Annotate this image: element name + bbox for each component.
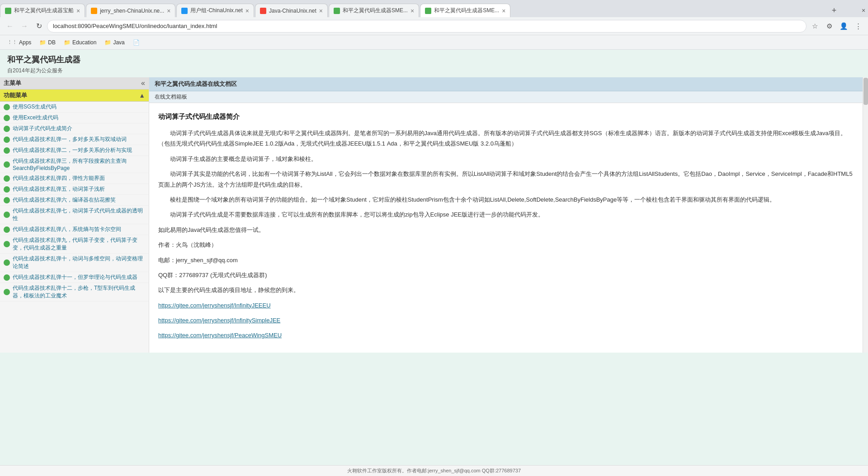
menu-item-12[interactable]: 代码生成器技术乱弹十，动词与多维空间，动词变格理论简述: [0, 254, 149, 272]
article-title: 动词算子式代码生成器简介: [158, 110, 854, 123]
sidebar-main-menu-header: 主菜单 «: [0, 77, 149, 90]
tab-2-close[interactable]: ×: [164, 7, 170, 14]
address-bar[interactable]: [47, 20, 807, 33]
tab-4-favicon: [260, 8, 266, 14]
doc-section-title: 和平之翼代码生成器在线文档区: [149, 77, 863, 91]
menu-item-6[interactable]: 代码生成器技术乱弹四，弹性方能界面: [0, 173, 149, 184]
new-tab-button[interactable]: +: [827, 4, 841, 17]
doc-line-author: 作者：火鸟（沈戟峰）: [158, 240, 854, 250]
tab-6[interactable]: 和平之翼代码生成器SME... ×: [420, 4, 510, 17]
reload-button[interactable]: ↻: [33, 20, 45, 33]
account-button[interactable]: 👤: [837, 20, 850, 33]
menu-item-0[interactable]: 使用SGS生成代码: [0, 102, 149, 113]
sidebar-function-menu-header: 功能菜单 ▲: [0, 90, 149, 102]
menu-item-11[interactable]: 代码生成器技术乱弹九，代码算子变变，代码算子变变，代码生成器之重量: [0, 235, 149, 254]
forward-button[interactable]: →: [18, 20, 31, 33]
doc-link-0-anchor[interactable]: https://gitee.com/jerryshensjf/InfinityJ…: [158, 302, 271, 309]
extension-button[interactable]: ⚙: [823, 20, 835, 33]
tab-3-label: 用户组-ChinaUnix.net: [190, 7, 242, 14]
doc-line-qq: QQ群：277689737 (无垠式代码生成器群): [158, 270, 854, 280]
page-footer: 火翱软件工作室版权所有。作者电邮:jerry_shen_sjf@qq.com Q…: [0, 465, 868, 476]
bookmark-db[interactable]: 📁 DB: [36, 38, 59, 47]
tab-4-label: Java-ChinaUnix.net: [269, 8, 316, 14]
tab-6-close[interactable]: ×: [499, 7, 505, 14]
doc-para-4: 动词算子式代码生成是不需要数据库连接，它可以生成所有的数据库脚本，您可以将生成的…: [158, 209, 854, 220]
menu-item-3[interactable]: 代码生成器技术乱弹一，多对多关系与双域动词: [0, 134, 149, 145]
menu-item-8[interactable]: 代码生成器技术乱弹六，编译器在拈花擦笑: [0, 195, 149, 206]
sidebar-function-toggle[interactable]: ▲: [139, 92, 145, 99]
tab-2-favicon: [91, 8, 97, 14]
file-icon: 📄: [133, 39, 140, 46]
page-header: 和平之翼代码生成器 自2014年起为公众服务: [0, 50, 868, 77]
bookmark-education-label: Education: [72, 39, 96, 46]
menu-item-4[interactable]: 代码生成器技术乱弹二，一对多关系的分析与实现: [0, 145, 149, 156]
bookmark-education[interactable]: 📁 Education: [60, 38, 100, 47]
doc-link-0[interactable]: https://gitee.com/jerryshensjf/InfinityJ…: [158, 300, 854, 311]
bookmark-java[interactable]: 📁 Java: [101, 38, 128, 47]
folder-java-icon: 📁: [104, 39, 111, 46]
tab-3[interactable]: 用户组-ChinaUnix.net ×: [176, 4, 254, 17]
back-button[interactable]: ←: [4, 20, 16, 33]
menu-button[interactable]: ⋮: [852, 20, 864, 33]
folder-education-icon: 📁: [64, 39, 71, 46]
menu-item-5-label: 代码生成器技术乱弹三，所有字段搜索的主查询SearchByFieldsByPag…: [13, 157, 145, 171]
tab-1-close[interactable]: ×: [74, 7, 80, 14]
menu-item-10[interactable]: 代码生成器技术乱弹八，系统熵与笛卡尔空间: [0, 224, 149, 235]
menu-item-13[interactable]: 代码生成器技术乱弹十一，但罗华理论与代码生成器: [0, 272, 149, 283]
tab-1[interactable]: 和平之翼代码生成器宝船 ×: [0, 4, 85, 17]
doc-link-2[interactable]: https://gitee.com/jerryshensjf/PeaceWing…: [158, 330, 854, 340]
sidebar-main-menu-title: 主菜单: [4, 79, 21, 87]
menu-item-9-label: 代码生成器技术乱弹七，动词算子式代码生成器的透明性: [13, 207, 145, 222]
menu-item-0-icon: [4, 104, 10, 110]
bookmark-apps[interactable]: ⋮⋮ Apps: [4, 38, 35, 47]
bookmark-file[interactable]: 📄: [129, 38, 143, 47]
menu-item-1[interactable]: 使用Excel生成代码: [0, 113, 149, 123]
menu-item-9[interactable]: 代码生成器技术乱弹七，动词算子式代码生成器的透明性: [0, 206, 149, 224]
tab-1-label: 和平之翼代码生成器宝船: [14, 7, 74, 14]
page-title: 和平之翼代码生成器: [7, 54, 861, 65]
scrollbar-track[interactable]: [863, 77, 868, 353]
nav-bar: ← → ↻ ☆ ⚙ 👤 ⋮: [0, 17, 868, 35]
page-subtitle: 自2014年起为公众服务: [7, 67, 861, 75]
tab-4-close[interactable]: ×: [316, 7, 323, 14]
menu-item-1-icon: [4, 115, 10, 121]
tab-2[interactable]: jerry_shen-ChinaUnix.ne... ×: [86, 4, 175, 17]
bookmark-apps-label: Apps: [19, 39, 31, 46]
tab-4[interactable]: Java-ChinaUnix.net ×: [255, 4, 328, 17]
doc-para-2: 动词算子其实是功能的代名词，比如有一个动词算子称为ListAll，它会列出一个数…: [158, 169, 854, 190]
doc-subsection-title: 在线文档箱板: [149, 91, 863, 103]
sidebar-function-menu-title: 功能菜单: [4, 91, 27, 99]
tab-2-label: jerry_shen-ChinaUnix.ne...: [100, 8, 164, 14]
menu-item-6-label: 代码生成器技术乱弹四，弹性方能界面: [13, 174, 105, 182]
menu-item-14-label: 代码生成器技术乱弹十二，步枪，T型车到代码生成器，模板法的工业魔术: [13, 284, 145, 300]
footer-text: 火翱软件工作室版权所有。作者电邮:jerry_shen_sjf@qq.com Q…: [347, 468, 521, 473]
doc-link-2-anchor[interactable]: https://gitee.com/jerryshensjf/PeaceWing…: [158, 332, 282, 339]
folder-db-icon: 📁: [39, 39, 46, 46]
tab-5-close[interactable]: ×: [408, 7, 414, 14]
menu-item-12-icon: [4, 259, 10, 266]
bookmarks-bar: ⋮⋮ Apps 📁 DB 📁 Education 📁 Java 📄: [0, 35, 868, 50]
tab-5[interactable]: 和平之翼代码生成器SME... ×: [329, 4, 419, 17]
menu-item-2[interactable]: 动词算子式代码生成简介: [0, 123, 149, 134]
doc-body: 动词算子式代码生成器简介 动词算子式代码生成器具体说来就是无垠式/和平之翼代码生…: [149, 103, 863, 353]
menu-item-5[interactable]: 代码生成器技术乱弹三，所有字段搜索的主查询SearchByFieldsByPag…: [0, 156, 149, 173]
bookmarks-star-button[interactable]: ☆: [808, 20, 821, 33]
scrollbar-thumb[interactable]: [863, 78, 868, 105]
menu-item-2-label: 动词算子式代码生成简介: [13, 125, 72, 132]
tab-3-close[interactable]: ×: [243, 7, 249, 14]
menu-item-7-label: 代码生成器技术乱弹五，动词算子浅析: [13, 185, 105, 193]
menu-item-7[interactable]: 代码生成器技术乱弹五，动词算子浅析: [0, 184, 149, 195]
menu-item-5-icon: [4, 161, 10, 168]
sidebar-menu-list: 使用SGS生成代码 使用Excel生成代码 动词算子式代码生成简介 代码生成器技…: [0, 102, 149, 302]
doc-link-1[interactable]: https://gitee.com/jerryshensjf/InfinityS…: [158, 315, 854, 325]
menu-item-11-label: 代码生成器技术乱弹九，代码算子变变，代码算子变变，代码生成器之重量: [13, 236, 145, 252]
menu-item-14[interactable]: 代码生成器技术乱弹十二，步枪，T型车到代码生成器，模板法的工业魔术: [0, 283, 149, 302]
doc-link-1-anchor[interactable]: https://gitee.com/jerryshensjf/InfinityS…: [158, 317, 280, 324]
bookmark-java-label: Java: [113, 39, 124, 46]
tab-5-favicon: [334, 8, 340, 14]
menu-item-2-icon: [4, 126, 10, 132]
browser-chrome: 和平之翼代码生成器宝船 × jerry_shen-ChinaUnix.ne...…: [0, 0, 868, 50]
sidebar: 主菜单 « 功能菜单 ▲ 使用SGS生成代码 使用Excel生成代码: [0, 77, 149, 353]
close-window-button[interactable]: ×: [859, 4, 868, 17]
sidebar-collapse-button[interactable]: «: [141, 79, 145, 87]
